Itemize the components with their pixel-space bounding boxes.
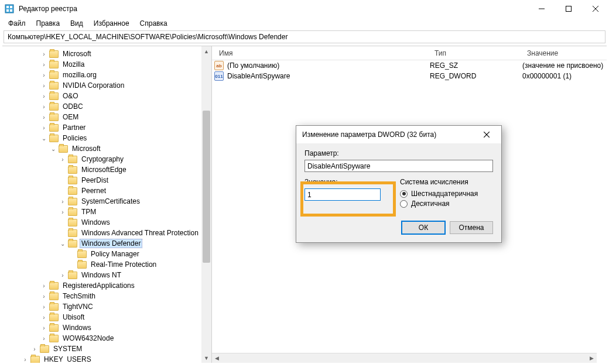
folder-icon	[40, 345, 49, 353]
cancel-button[interactable]: Отмена	[450, 221, 493, 234]
col-header-value[interactable]: Значение	[522, 49, 607, 57]
chevron-right-icon[interactable]: ›	[40, 334, 48, 342]
tree-node[interactable]: ⌄Policies	[2, 133, 211, 143]
tree-node-label: Windows	[80, 218, 112, 226]
folder-icon	[68, 240, 77, 248]
tree-node[interactable]: ›OEM	[2, 112, 211, 122]
chevron-right-icon[interactable]: ›	[40, 102, 48, 111]
chevron-right-icon[interactable]: ›	[40, 303, 48, 311]
tree-node[interactable]: ›SystemCertificates	[2, 196, 211, 207]
tree-node[interactable]: Windows Advanced Threat Protection	[2, 228, 211, 238]
scroll-left-icon[interactable]: ◀	[212, 355, 222, 361]
chevron-right-icon[interactable]: ›	[40, 60, 48, 68]
tree-node[interactable]: PeerDist	[2, 175, 211, 186]
menu-help[interactable]: Справка	[135, 18, 172, 29]
folder-icon	[68, 166, 77, 174]
tree-node[interactable]: ›HKEY_USERS	[2, 354, 211, 363]
tree-scrollbar[interactable]: ▲ ▼	[201, 46, 211, 363]
tree-node[interactable]: ›ODBC	[2, 101, 211, 112]
radio-dec[interactable]: Десятичная	[400, 200, 493, 208]
tree-node[interactable]: ›RegisteredApplications	[2, 280, 211, 291]
tree-node[interactable]: Real-Time Protection	[2, 259, 211, 270]
tree-node[interactable]: ›NVIDIA Corporation	[2, 80, 211, 91]
chevron-right-icon[interactable]: ›	[59, 197, 67, 205]
chevron-right-icon[interactable]: ›	[40, 92, 48, 100]
chevron-right-icon[interactable]: ›	[30, 345, 39, 353]
tree-node-label: WOW6432Node	[61, 334, 115, 342]
tree-node[interactable]: Peernet	[2, 186, 211, 196]
value-data: 0x00000001 (1)	[522, 72, 607, 80]
tree-pane[interactable]: ›Microsoft›Mozilla›mozilla.org›NVIDIA Co…	[2, 46, 212, 363]
tree-node[interactable]: ›Microsoft	[2, 49, 211, 59]
tree-node[interactable]: ›Mozilla	[2, 59, 211, 70]
folder-icon	[49, 92, 59, 100]
expander-placeholder	[59, 166, 67, 174]
value-row[interactable]: 011DisableAntiSpywareREG_DWORD0x00000001…	[212, 71, 607, 81]
minimize-button[interactable]	[528, 0, 555, 18]
tree-node[interactable]: ›Windows NT	[2, 270, 211, 280]
chevron-right-icon[interactable]: ›	[59, 155, 67, 163]
tree-node[interactable]: Policy Manager	[2, 249, 211, 259]
chevron-right-icon[interactable]: ›	[40, 281, 48, 290]
chevron-right-icon[interactable]: ›	[40, 313, 48, 321]
tree-node[interactable]: ›TPM	[2, 207, 211, 217]
chevron-right-icon[interactable]: ›	[21, 355, 29, 363]
tree-node[interactable]: ⌄Microsoft	[2, 143, 211, 154]
reg-dword-icon: 011	[214, 71, 224, 81]
folder-icon	[49, 71, 59, 79]
radio-dot-icon	[400, 190, 408, 198]
tree-node-label: Ubisoft	[61, 313, 86, 321]
scroll-right-icon[interactable]: ▶	[587, 355, 597, 361]
tree-node[interactable]: ⌄Windows Defender	[2, 238, 211, 249]
chevron-down-icon[interactable]: ⌄	[40, 134, 48, 142]
tree-node[interactable]: ›Partner	[2, 122, 211, 133]
col-header-name[interactable]: Имя	[214, 49, 430, 57]
close-button[interactable]	[582, 0, 609, 18]
tree-node-label: Microsoft	[61, 50, 93, 58]
tree-node[interactable]: ›TechSmith	[2, 291, 211, 301]
tree-node[interactable]: ›Windows	[2, 322, 211, 333]
col-header-type[interactable]: Тип	[430, 49, 522, 57]
tree-node[interactable]: ›SYSTEM	[2, 344, 211, 354]
chevron-right-icon[interactable]: ›	[40, 123, 48, 132]
radio-hex-label: Шестнадцатеричная	[411, 190, 478, 198]
radio-hex[interactable]: Шестнадцатеричная	[400, 190, 493, 198]
value-label: Значение:	[304, 178, 389, 186]
tree-node[interactable]: ›TightVNC	[2, 301, 211, 312]
value-row[interactable]: ab(По умолчанию)REG_SZ(значение не присв…	[212, 60, 607, 71]
chevron-right-icon[interactable]: ›	[40, 71, 48, 79]
menu-favorites[interactable]: Избранное	[89, 18, 134, 29]
scroll-thumb[interactable]	[203, 111, 210, 263]
tree-node[interactable]: ›Ubisoft	[2, 312, 211, 322]
scroll-down-icon[interactable]: ▼	[201, 353, 211, 363]
dialog-title-bar[interactable]: Изменение параметра DWORD (32 бита)	[296, 126, 501, 143]
scroll-up-icon[interactable]: ▲	[201, 46, 211, 56]
tree-node[interactable]: Windows	[2, 217, 211, 228]
chevron-right-icon[interactable]: ›	[40, 50, 48, 58]
chevron-right-icon[interactable]: ›	[59, 208, 67, 216]
folder-icon	[68, 208, 77, 216]
maximize-button[interactable]	[555, 0, 582, 18]
menu-file[interactable]: Файл	[4, 18, 30, 29]
menu-view[interactable]: Вид	[66, 18, 88, 29]
list-hscrollbar[interactable]: ◀ ▶	[212, 353, 597, 363]
chevron-right-icon[interactable]: ›	[40, 81, 48, 90]
chevron-down-icon[interactable]: ⌄	[49, 145, 57, 153]
chevron-right-icon[interactable]: ›	[40, 292, 48, 300]
menu-edit[interactable]: Правка	[32, 18, 65, 29]
tree-node-label: RegisteredApplications	[61, 281, 136, 290]
tree-node[interactable]: ›mozilla.org	[2, 70, 211, 80]
address-bar[interactable]: Компьютер\HKEY_LOCAL_MACHINE\SOFTWARE\Po…	[4, 30, 605, 43]
chevron-right-icon[interactable]: ›	[40, 324, 48, 332]
tree-node[interactable]: ›Cryptography	[2, 154, 211, 164]
ok-button[interactable]: ОК	[402, 221, 445, 234]
expander-placeholder	[68, 260, 76, 269]
chevron-right-icon[interactable]: ›	[59, 271, 67, 279]
tree-node[interactable]: ›O&O	[2, 91, 211, 101]
tree-node[interactable]: ›WOW6432Node	[2, 333, 211, 344]
dialog-close-button[interactable]	[478, 126, 495, 143]
tree-node[interactable]: MicrosoftEdge	[2, 164, 211, 175]
value-field[interactable]	[304, 188, 381, 201]
chevron-down-icon[interactable]: ⌄	[59, 239, 67, 248]
chevron-right-icon[interactable]: ›	[40, 113, 48, 121]
